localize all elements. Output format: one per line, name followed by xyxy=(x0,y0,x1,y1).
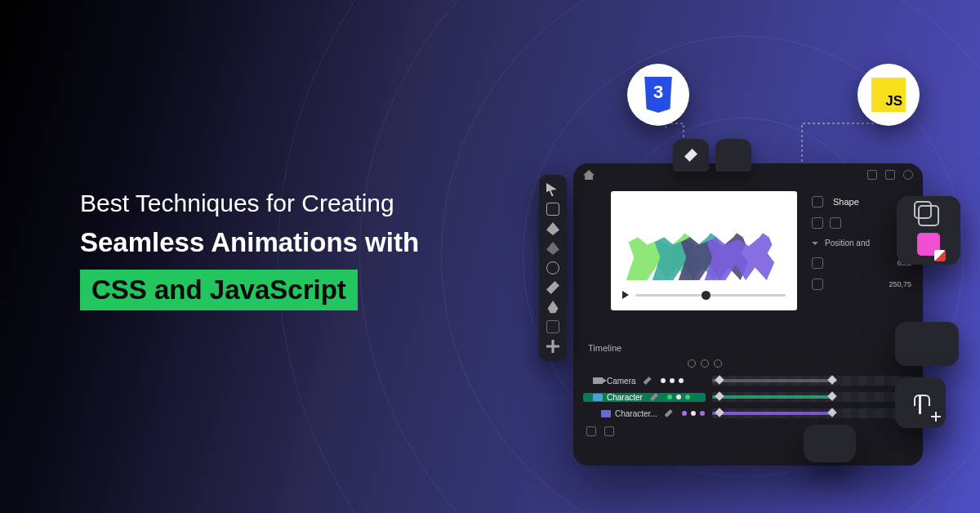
layer-track[interactable] xyxy=(712,392,913,402)
headline: Best Techniques for Creating Seamless An… xyxy=(80,190,419,310)
palette-icon[interactable] xyxy=(812,196,823,207)
float-blank-panel-1[interactable] xyxy=(895,322,959,366)
css3-badge xyxy=(627,64,689,126)
tab-brush[interactable] xyxy=(673,139,709,172)
canvas[interactable] xyxy=(611,191,797,310)
ellipse-tool-icon[interactable] xyxy=(546,261,559,274)
layer-row-camera[interactable]: Camera xyxy=(583,372,913,389)
float-copy-panel[interactable] xyxy=(897,196,960,265)
timeline-title: Timeline xyxy=(583,340,913,356)
settings-icon[interactable] xyxy=(885,170,895,180)
layer-row-character[interactable]: Character xyxy=(583,389,913,405)
pointer-tool-icon[interactable] xyxy=(546,183,559,196)
height-value[interactable]: 250,75 xyxy=(889,280,911,288)
vector-tool-icon[interactable] xyxy=(546,242,559,255)
rectangle-tool-icon[interactable] xyxy=(546,203,559,216)
brush-icon xyxy=(684,149,697,162)
headline-highlight: CSS and JavaScript xyxy=(80,270,358,310)
share-icon[interactable] xyxy=(867,170,877,180)
layer-row-character-child[interactable]: Character... xyxy=(583,405,913,422)
grid-icon[interactable] xyxy=(812,217,823,229)
copy-layers-icon xyxy=(918,205,939,226)
left-toolbar xyxy=(539,175,567,361)
record-icon[interactable] xyxy=(903,170,913,180)
shape-tool-icon[interactable] xyxy=(546,320,559,333)
headline-line1: Best Techniques for Creating xyxy=(80,190,419,217)
eye-icon[interactable] xyxy=(688,359,696,368)
add-layer-icon[interactable] xyxy=(586,426,596,436)
js-icon xyxy=(871,78,906,112)
brush-tool-icon[interactable] xyxy=(546,281,559,294)
js-badge xyxy=(858,64,920,126)
layer-track[interactable] xyxy=(712,408,913,418)
delete-layer-icon[interactable] xyxy=(604,426,614,436)
inspector-title: Shape xyxy=(833,197,859,207)
pencil-icon[interactable] xyxy=(650,393,658,401)
home-icon[interactable] xyxy=(583,170,595,180)
chevron-down-icon[interactable] xyxy=(812,242,818,245)
tab-blank[interactable] xyxy=(715,139,751,172)
camera-icon xyxy=(593,377,603,384)
timeline-footer xyxy=(583,422,913,436)
timeline-header-icons xyxy=(583,356,913,372)
link-icon[interactable] xyxy=(714,359,722,368)
usb-icon xyxy=(911,391,930,414)
float-usb-panel[interactable] xyxy=(895,377,946,428)
layer-name: Character... xyxy=(615,409,657,418)
layer-name: Character xyxy=(607,393,643,402)
folder-icon xyxy=(593,394,603,401)
pink-swatch-icon xyxy=(917,233,940,256)
pencil-icon[interactable] xyxy=(644,377,652,385)
float-blank-panel-2[interactable] xyxy=(804,425,856,462)
eyedropper-tool-icon[interactable] xyxy=(546,301,559,314)
plus-icon xyxy=(931,412,941,422)
scrubber[interactable] xyxy=(622,289,786,301)
folder-icon xyxy=(601,410,611,417)
width-icon xyxy=(812,257,823,269)
layer-name: Camera xyxy=(607,377,636,386)
height-icon xyxy=(812,279,823,290)
inspector-section: Position and xyxy=(825,239,870,248)
layer-track[interactable] xyxy=(712,376,913,386)
pencil-icon[interactable] xyxy=(665,409,673,417)
play-icon[interactable] xyxy=(622,291,629,299)
animation-editor: Shape Position and 65,2 250,75 Timeline xyxy=(573,163,923,466)
layout-icon[interactable] xyxy=(830,217,841,229)
timeline-panel: Timeline Camera Character xyxy=(583,340,913,454)
headline-line2: Seamless Animations with xyxy=(80,227,419,258)
css3-icon xyxy=(642,77,675,113)
pen-tool-icon[interactable] xyxy=(546,222,559,235)
scrub-track[interactable] xyxy=(635,294,786,297)
lock-icon[interactable] xyxy=(701,359,709,368)
add-tool-icon[interactable] xyxy=(546,340,559,353)
scrub-knob[interactable] xyxy=(702,291,710,300)
